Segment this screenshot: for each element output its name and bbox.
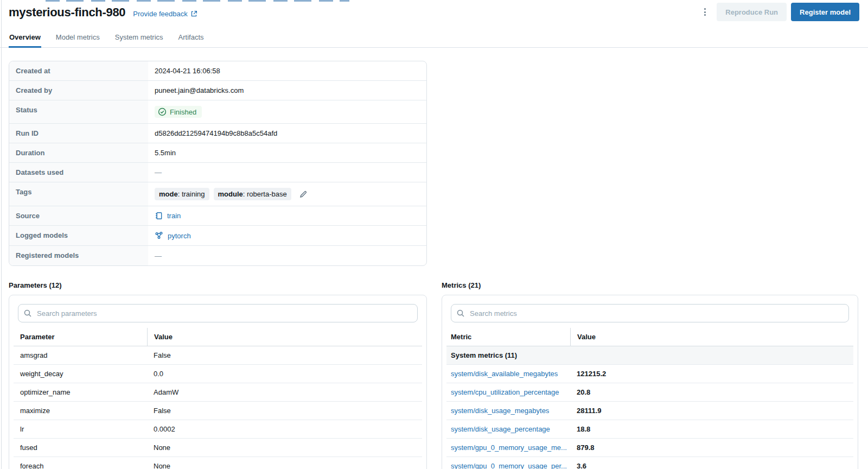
source-link[interactable]: train <box>167 212 181 220</box>
more-menu-icon[interactable] <box>697 3 712 21</box>
metric-link[interactable]: system/gpu_0_memory_usage_per... <box>451 462 567 469</box>
status-badge: Finished <box>155 106 202 118</box>
table-row: fused None <box>14 439 422 457</box>
parameters-table-header: Parameter Value <box>14 328 422 346</box>
metric-link[interactable]: system/disk_usage_megabytes <box>451 407 549 415</box>
run-overview-table: Created at 2024-04-21 16:06:58 Created b… <box>9 61 427 266</box>
tag-mode: mode: training <box>155 188 209 200</box>
created-by-value: puneet.jain@databricks.com <box>148 81 426 100</box>
table-row: system/disk_usage_megabytes 28111.9 <box>446 402 853 420</box>
reproduce-run-button[interactable]: Reproduce Run <box>717 3 787 21</box>
metrics-section-title: Metrics (21) <box>442 281 858 289</box>
edit-pencil-icon <box>299 190 308 199</box>
status-text: Finished <box>170 108 196 116</box>
registered-models-value: — <box>148 246 426 265</box>
provide-feedback-link[interactable]: Provide feedback <box>133 10 197 18</box>
layout-left-divider <box>1 0 2 469</box>
table-row: weight_decay 0.0 <box>14 365 422 383</box>
created-at-value: 2024-04-21 16:06:58 <box>148 61 426 80</box>
column-header-parameter: Parameter <box>14 333 147 341</box>
row-label: Tags <box>9 182 148 206</box>
duration-value: 5.5min <box>148 143 426 162</box>
table-row: maximize False <box>14 402 422 420</box>
table-row: Tags mode: training module: roberta-base <box>9 182 426 206</box>
metrics-group-header: System metrics (11) <box>446 346 853 365</box>
table-row: system/disk_available_megabytes 121215.2 <box>446 365 853 383</box>
table-row: Logged models pytorch <box>9 226 426 246</box>
tag-module: module: roberta-base <box>214 188 291 200</box>
table-row: system/disk_usage_percentage 18.8 <box>446 420 853 439</box>
tab-model-metrics[interactable]: Model metrics <box>55 28 100 48</box>
check-circle-icon <box>158 107 167 116</box>
provide-feedback-label: Provide feedback <box>133 10 187 18</box>
external-link-icon <box>190 10 197 17</box>
register-model-button[interactable]: Register model <box>791 3 859 21</box>
table-row: Run ID d5826dd21259474194b9c8b8a5c54afd <box>9 124 426 143</box>
table-row: Duration 5.5min <box>9 143 426 163</box>
search-parameters-input[interactable] <box>18 304 418 322</box>
page-title: mysterious-finch-980 <box>9 5 125 20</box>
table-row: Source train <box>9 206 426 226</box>
metrics-panel: Metric Value System metrics (11) system/… <box>442 295 858 469</box>
run-tabs: Overview Model metrics System metrics Ar… <box>0 28 868 48</box>
row-label: Registered models <box>9 246 148 265</box>
logged-model-link[interactable]: pytorch <box>168 232 191 240</box>
row-label: Source <box>9 206 148 225</box>
tab-artifacts[interactable]: Artifacts <box>178 28 205 48</box>
model-icon <box>155 231 163 240</box>
row-label: Status <box>9 100 148 123</box>
table-row: system/cpu_utilization_percentage 20.8 <box>446 383 853 402</box>
search-icon <box>23 309 32 318</box>
table-row: optimizer_name AdamW <box>14 383 422 402</box>
metric-link[interactable]: system/cpu_utilization_percentage <box>451 388 559 396</box>
table-row: system/gpu_0_memory_usage_me... 879.8 <box>446 439 853 457</box>
search-metrics-input[interactable] <box>451 304 849 322</box>
row-label: Created by <box>9 81 148 100</box>
table-row: Created at 2024-04-21 16:06:58 <box>9 61 426 81</box>
datasets-used-value: — <box>148 163 426 182</box>
parameters-panel: Parameter Value amsgrad False weight_dec… <box>9 295 427 469</box>
metric-link[interactable]: system/disk_usage_percentage <box>451 425 550 433</box>
search-icon <box>456 309 465 318</box>
table-row: Created by puneet.jain@databricks.com <box>9 81 426 100</box>
metric-link[interactable]: system/gpu_0_memory_usage_me... <box>451 443 567 452</box>
table-row: Registered models — <box>9 246 426 265</box>
run-id-value: d5826dd21259474194b9c8b8a5c54afd <box>148 124 426 143</box>
column-header-value: Value <box>147 328 422 346</box>
metric-link[interactable]: system/disk_available_megabytes <box>451 370 558 378</box>
table-row: system/gpu_0_memory_usage_per... 3.6 <box>446 457 853 469</box>
metrics-table-header: Metric Value <box>446 328 853 346</box>
table-row: Datasets used — <box>9 163 426 182</box>
edit-tags-button[interactable] <box>299 190 308 199</box>
column-header-metric: Metric <box>446 333 570 341</box>
table-row: Status Finished <box>9 100 426 124</box>
parameters-section-title: Parameters (12) <box>9 281 427 289</box>
tab-overview[interactable]: Overview <box>9 28 41 48</box>
table-row: lr 0.0002 <box>14 420 422 439</box>
row-label: Logged models <box>9 226 148 245</box>
run-header: mysterious-finch-980 Provide feedback Re… <box>0 0 868 20</box>
table-row: foreach None <box>14 457 422 469</box>
row-label: Datasets used <box>9 163 148 182</box>
notebook-icon <box>155 212 163 220</box>
tab-system-metrics[interactable]: System metrics <box>114 28 164 48</box>
row-label: Duration <box>9 143 148 162</box>
table-row: amsgrad False <box>14 346 422 365</box>
row-label: Created at <box>9 61 148 80</box>
row-label: Run ID <box>9 124 148 143</box>
column-header-value: Value <box>570 328 853 346</box>
